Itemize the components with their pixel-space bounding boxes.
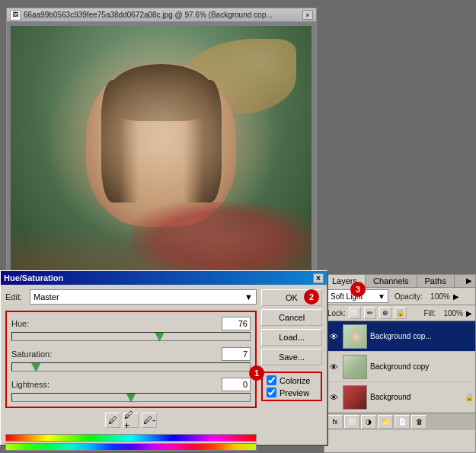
lock-label: Lock: [327, 309, 346, 317]
canvas-titlebar: 🖼 66aa99b0563c939fee75a38dd0672a08c.jpg … [6, 8, 317, 21]
lock-paint-button[interactable]: ✏ [364, 307, 376, 319]
tab-channels[interactable]: Channels [366, 275, 417, 287]
save-button[interactable]: Save... [261, 349, 322, 365]
annotation-3-badge: 3 [350, 282, 366, 297]
thumb-1 [343, 356, 366, 378]
layer-group-button[interactable]: 📁 [378, 415, 393, 429]
thumb-2 [343, 386, 366, 409]
preview-checkbox[interactable] [267, 388, 276, 397]
hue-value-input[interactable] [222, 317, 251, 330]
edit-label: Edit: [5, 292, 27, 301]
layer-eye-icon-0[interactable]: 👁 [327, 330, 340, 343]
thumb-0 [343, 325, 366, 348]
edit-dropdown[interactable]: Master ▼ [30, 289, 257, 305]
fill-arrow-icon[interactable]: ▶ [466, 309, 472, 317]
lightness-slider-row: Lightness: [11, 378, 251, 402]
blend-mode-arrow-icon: ▼ [378, 292, 385, 301]
layer-list: 👁 Background cop... 👁 Background copy 👁 … [324, 321, 475, 413]
saturation-slider-thumb[interactable] [31, 363, 40, 372]
hue-label-row: Hue: [11, 317, 251, 330]
sliders-container: Hue: Saturation: [5, 311, 257, 408]
opacity-label: Opacity: [395, 292, 423, 301]
layer-mask-button[interactable]: ⬜ [344, 415, 359, 429]
preview-checkbox-row: Preview [267, 388, 317, 397]
saturation-value-input[interactable] [222, 347, 251, 361]
color-bar-original [5, 434, 257, 442]
dialog-titlebar: Hue/Saturation × [1, 271, 327, 285]
eyedropper-subtract-button[interactable]: 🖊- [142, 413, 157, 428]
checkbox-container: Colorize Preview [261, 372, 322, 401]
layer-thumbnail-1 [343, 355, 367, 379]
lock-move-button[interactable]: ⊕ [379, 307, 391, 319]
layer-item-background-copy[interactable]: 👁 Background copy [324, 352, 475, 382]
eyedropper-button[interactable]: 🖊 [105, 413, 120, 428]
lightness-value-input[interactable] [222, 378, 251, 391]
colorize-checkbox[interactable] [267, 375, 276, 385]
layer-delete-button[interactable]: 🗑 [411, 415, 426, 429]
edit-row: Edit: Master ▼ 2 [5, 289, 257, 305]
lock-transparent-button[interactable]: ⬜ [349, 307, 361, 319]
preview-label: Preview [280, 388, 309, 397]
dropdown-arrow-icon: ▼ [244, 292, 253, 301]
lightness-slider-thumb[interactable] [126, 394, 136, 403]
layers-bottom-bar: fx ⬜ ◑ 📁 📄 🗑 [324, 413, 475, 430]
layer-adjustment-button[interactable]: ◑ [361, 415, 376, 429]
canvas-icon: 🖼 [10, 10, 21, 21]
canvas-close-btn[interactable]: × [302, 10, 313, 20]
saturation-slider-row: Saturation: [11, 347, 251, 372]
hue-saturation-dialog: Hue/Saturation × Edit: Master ▼ 2 Hue: [0, 270, 327, 445]
eyedropper-add-button[interactable]: 🖊+ [123, 413, 139, 428]
photo-background [11, 26, 311, 277]
opacity-arrow-icon[interactable]: ▶ [453, 292, 459, 301]
canvas-window: 🖼 66aa99b0563c939fee75a38dd0672a08c.jpg … [6, 8, 317, 282]
layer-name-1: Background copy [370, 362, 472, 371]
tab-paths[interactable]: Paths [417, 275, 455, 287]
dialog-left-panel: Edit: Master ▼ 2 Hue: [5, 289, 257, 440]
layer-eye-icon-2[interactable]: 👁 [327, 391, 340, 404]
color-bar-shifted [5, 443, 257, 451]
load-button[interactable]: Load... [261, 329, 322, 346]
hue-slider-row: Hue: [11, 317, 251, 341]
cancel-button[interactable]: Cancel [261, 309, 322, 326]
dialog-body: Edit: Master ▼ 2 Hue: [1, 285, 327, 445]
lock-all-button[interactable]: 🔒 [395, 307, 407, 319]
layer-new-button[interactable]: 📄 [395, 415, 410, 429]
hue-slider-track[interactable] [11, 332, 251, 341]
layer-thumbnail-0 [343, 324, 367, 349]
annotation-2-badge: 2 [304, 289, 319, 305]
tabs-arrow-button[interactable]: ▶ [463, 275, 475, 287]
background-lock-icon: 🔒 [465, 393, 472, 401]
color-bar-container [5, 434, 257, 451]
saturation-label: Saturation: [11, 349, 52, 359]
lightness-label-row: Lightness: [11, 378, 251, 391]
layer-name-0: Background cop... [370, 332, 472, 340]
dialog-title-text: Hue/Saturation [4, 273, 313, 282]
layer-style-button[interactable]: fx [327, 415, 343, 429]
colorize-label: Colorize [280, 376, 310, 385]
canvas-title: 66aa99b0563c939fee75a38dd0672a08c.jpg @ … [24, 11, 302, 19]
photo-bottom-detail [131, 202, 311, 277]
layer-name-2: Background [370, 393, 462, 401]
annotation-1-badge: 1 [249, 365, 264, 381]
layer-thumbnail-2 [343, 385, 367, 410]
layers-controls-row: Soft Light ▼ Opacity: 100% ▶ [324, 288, 475, 305]
lock-row: Lock: ⬜ ✏ ⊕ 🔒 Fill: 100% ▶ [324, 305, 475, 321]
hue-slider-thumb[interactable] [155, 333, 164, 342]
layer-eye-icon-1[interactable]: 👁 [327, 361, 340, 373]
lightness-label: Lightness: [11, 380, 50, 389]
lightness-slider-track[interactable] [11, 393, 251, 402]
saturation-label-row: Saturation: [11, 347, 251, 361]
canvas-content [6, 21, 317, 282]
colorize-checkbox-row: Colorize [267, 375, 317, 385]
dialog-close-button[interactable]: × [313, 273, 324, 283]
layer-item-background-copy2[interactable]: 👁 Background cop... [324, 321, 475, 352]
dialog-right-panel: OK Cancel Load... Save... 1 Colorize Pre… [261, 289, 322, 440]
hue-label: Hue: [11, 319, 29, 328]
layer-item-background[interactable]: 👁 Background 🔒 [324, 382, 475, 413]
fill-value: 100% [439, 309, 463, 317]
photo-container [11, 26, 311, 277]
layers-panel: Layers Channels Paths ▶ Soft Light ▼ Opa… [324, 274, 476, 453]
opacity-value: 100% [426, 292, 450, 301]
saturation-slider-track[interactable] [11, 362, 251, 372]
layers-tabs: Layers Channels Paths ▶ [324, 275, 475, 288]
